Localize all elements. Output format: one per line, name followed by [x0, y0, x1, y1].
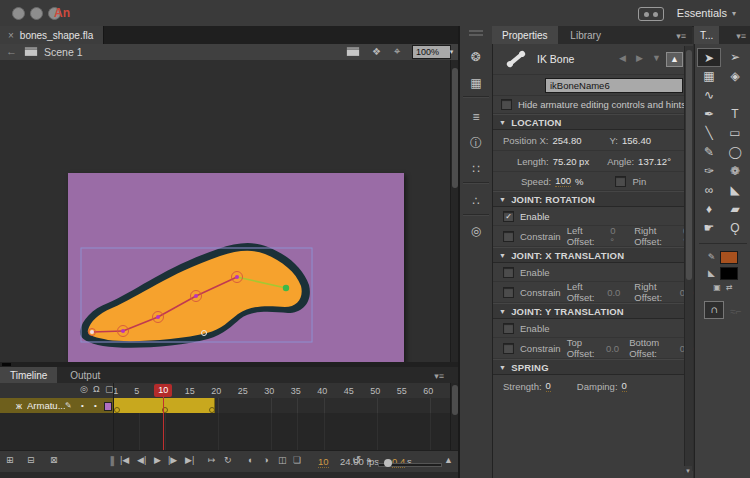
layer-lock-dot[interactable]: • [94, 401, 97, 410]
tab-properties[interactable]: Properties [492, 26, 558, 44]
stage-canvas[interactable] [68, 173, 404, 373]
playhead-line[interactable] [163, 396, 164, 450]
delete-layer-button[interactable]: ⊠ [50, 455, 58, 465]
arrange-documents-icon[interactable] [638, 7, 664, 21]
stage-zoom-dropdown-icon[interactable]: ▾ [447, 45, 456, 59]
y-enable-checkbox[interactable] [503, 323, 514, 334]
tools-panel-menu-icon[interactable]: ▾≡ [736, 31, 746, 41]
rotation-left-offset-value[interactable]: 0 ° [610, 225, 620, 247]
current-frame-value[interactable]: 10 [318, 456, 329, 468]
speed-value[interactable]: 100 [555, 175, 571, 187]
go-to-last-frame-button[interactable]: ▶| [185, 455, 194, 465]
paint-bucket-tool[interactable]: ◣ [723, 181, 747, 200]
pen-tool[interactable]: ✒ [697, 105, 721, 124]
section-joint-y-translation[interactable]: ▼JOINT: Y TRANSLATION [493, 303, 693, 319]
x-constrain-checkbox[interactable] [503, 287, 514, 298]
layer-visibility-dot[interactable]: • [81, 401, 84, 410]
brush-tool[interactable]: ✑ [697, 162, 721, 181]
timeline-zoom-out-icon[interactable]: ▴ [368, 456, 372, 464]
oval-tool[interactable]: ◯ [723, 143, 747, 162]
line-tool[interactable]: ╲ [697, 124, 721, 143]
section-spring[interactable]: ▼SPRING [493, 359, 693, 375]
transform-icon[interactable]: ∷ [467, 160, 485, 178]
onion-skin-outlines-button[interactable]: ◑ [263, 455, 268, 465]
tab-output[interactable]: Output [60, 367, 110, 383]
show-hide-all-layers-icon[interactable]: ◎ [80, 384, 88, 394]
bone-tool[interactable]: ∞ [697, 181, 721, 200]
pasteboard[interactable] [0, 60, 450, 362]
window-minimize-button[interactable] [30, 7, 43, 20]
timeline-zoom-in-icon[interactable]: ▲ [444, 455, 453, 465]
color-icon[interactable]: ◎ [467, 222, 485, 240]
zoom-tool[interactable]: Ǫ [723, 219, 747, 238]
strength-value[interactable]: 0 [546, 380, 551, 392]
free-transform-tool[interactable]: ▦ [697, 67, 721, 86]
close-icon[interactable]: × [8, 30, 14, 41]
edit-multiple-frames-button[interactable]: ◫ [278, 455, 287, 465]
section-location[interactable]: ▼LOCATION [493, 114, 693, 130]
tab-tools[interactable]: T... [694, 26, 719, 44]
3d-rotation-tool[interactable]: ◈ [723, 67, 747, 86]
layer-name[interactable]: Armatu... [27, 400, 65, 411]
go-to-first-frame-button[interactable]: |◀ [120, 455, 129, 465]
frame-number[interactable]: 20 [211, 386, 221, 396]
pin-checkbox[interactable] [615, 176, 626, 187]
subselection-tool[interactable]: ➢ [723, 48, 747, 67]
frame-number[interactable]: 5 [134, 386, 139, 396]
properties-panel-menu-icon[interactable]: ▾≡ [676, 31, 686, 41]
pencil-tool[interactable]: ✎ [697, 143, 721, 162]
y-top-offset-value[interactable]: 0.0 [606, 343, 619, 354]
timeline-zoom-knob[interactable] [384, 459, 392, 467]
text-tool[interactable]: T [723, 105, 747, 124]
motion-presets-icon[interactable]: ❂ [467, 48, 485, 66]
selection-tool[interactable]: ➤ [697, 48, 721, 67]
properties-scrollbar[interactable] [684, 46, 693, 471]
frame-number[interactable]: 15 [185, 386, 195, 396]
next-sibling-bone-button[interactable]: ▶ [632, 52, 647, 65]
frame-number[interactable]: 30 [264, 386, 274, 396]
damping-value[interactable]: 0 [622, 380, 627, 392]
pose-frame-span[interactable] [113, 398, 215, 413]
snap-to-objects-button[interactable]: ∩ [704, 301, 724, 319]
frame-number[interactable]: 45 [344, 386, 354, 396]
rotation-enable-checkbox[interactable]: ✓ [503, 211, 514, 222]
lock-unlock-all-layers-icon[interactable]: Ω [93, 384, 100, 394]
joint-dot[interactable] [121, 329, 125, 333]
dock-expand-grip[interactable] [469, 30, 483, 32]
step-back-button[interactable]: ◀| [137, 455, 146, 465]
layer-outline-color-swatch[interactable] [104, 402, 112, 411]
deco-tool[interactable]: ❁ [723, 162, 747, 181]
modify-markers-button[interactable]: ❏ [293, 455, 301, 465]
info-icon[interactable]: ⓘ [467, 134, 485, 152]
center-frame-button[interactable]: ↦ [208, 455, 216, 465]
joint-dot[interactable] [90, 330, 94, 334]
eyedropper-tool[interactable]: ♦ [697, 200, 721, 219]
joint-dot[interactable] [235, 275, 239, 279]
stage-artwork[interactable] [68, 173, 404, 373]
back-arrow-icon[interactable]: ← [6, 45, 17, 57]
edit-scene-icon[interactable] [346, 46, 360, 57]
swap-colors-icon[interactable]: ⇄ [726, 283, 733, 292]
frame-number[interactable]: 25 [238, 386, 248, 396]
timeline-frame-ruler[interactable]: ◎Ω▢ 10 1515202530354045505560 [0, 383, 450, 399]
hand-tool[interactable]: ☛ [697, 219, 721, 238]
joint-dot[interactable] [156, 315, 160, 319]
frame-number[interactable]: 35 [291, 386, 301, 396]
align-icon[interactable]: ≡ [467, 108, 485, 126]
bone-name-input[interactable]: ikBoneName6 [545, 78, 683, 93]
new-folder-button[interactable]: ⊟ [27, 455, 35, 465]
new-layer-button[interactable]: ⊞ [6, 455, 14, 465]
timeline-panel-menu-icon[interactable]: ▾≡ [434, 371, 444, 381]
section-joint-rotation[interactable]: ▼JOINT: ROTATION [493, 191, 693, 207]
rotation-constrain-checkbox[interactable] [503, 231, 514, 242]
stroke-color-swatch[interactable] [720, 251, 738, 264]
lasso-tool[interactable]: ∿ [697, 86, 721, 105]
stage-zoom-input[interactable]: 100% [412, 45, 451, 59]
x-left-offset-value[interactable]: 0.0 [607, 287, 620, 298]
rectangle-tool[interactable]: ▭ [723, 124, 747, 143]
breadcrumb-scene[interactable]: Scene 1 [44, 46, 83, 58]
properties-scroll-down-icon[interactable]: ▼ [684, 466, 692, 476]
frame-number[interactable]: 55 [397, 386, 407, 396]
center-stage-icon[interactable]: ⌖ [394, 45, 400, 58]
edit-symbols-icon[interactable]: ❖ [372, 46, 381, 57]
